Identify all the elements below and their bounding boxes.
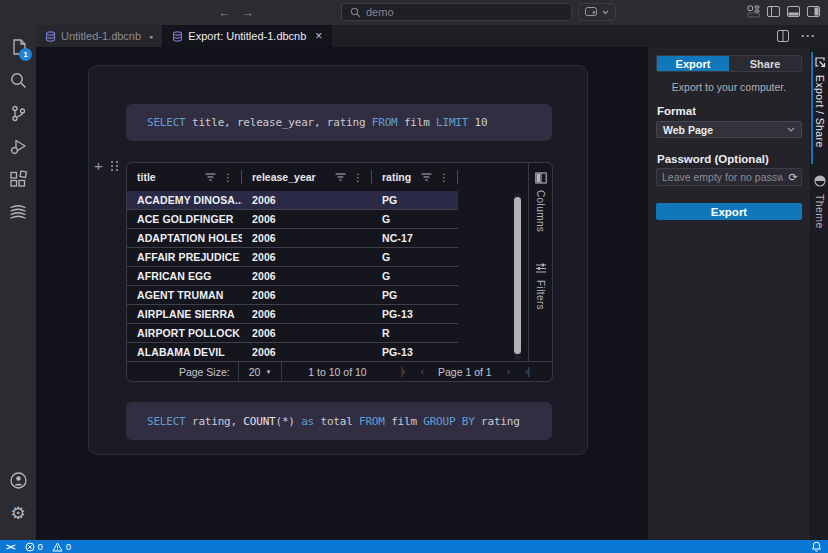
export-button[interactable]: Export [656, 203, 802, 220]
sql-token: as [301, 415, 314, 428]
first-page-icon[interactable]: |‹ [401, 366, 405, 377]
filter-icon[interactable] [335, 172, 346, 182]
error-count: 0 [38, 541, 43, 552]
database-file-icon [172, 31, 183, 42]
database-file-icon [45, 31, 56, 42]
last-page-icon[interactable]: ›| [525, 366, 529, 377]
panel-tab-label: Export / Share [814, 75, 826, 148]
column-header-rating[interactable]: rating⋮ [372, 163, 458, 191]
tool-panel-columns[interactable]: Columns [535, 172, 547, 232]
column-menu-icon[interactable]: ⋮ [223, 172, 233, 183]
panel-tab-theme[interactable]: Theme [811, 175, 828, 229]
sidebar-item-notebooks[interactable]: 1 [0, 31, 36, 64]
close-icon[interactable]: × [315, 29, 322, 43]
export-caption: Export to your computer. [648, 81, 810, 93]
sidebar-item-run-debug[interactable] [0, 130, 36, 163]
sidebar-item-database[interactable] [0, 196, 36, 229]
table-row[interactable]: AFRICAN EGG2006G [127, 267, 458, 286]
sql-token: rating, [186, 415, 244, 428]
table-row[interactable]: ACE GOLDFINGER2006G [127, 210, 458, 229]
search-icon [9, 71, 28, 90]
result-grid: title⋮release_year⋮rating⋮ ACADEMY DINOS… [126, 162, 553, 382]
column-header-title[interactable]: title⋮ [127, 163, 242, 191]
sql-token: title, release_year, rating [186, 116, 372, 129]
table-row[interactable]: AGENT TRUMAN2006PG [127, 286, 458, 305]
tab-label: Untitled-1.dbcnb [61, 30, 141, 42]
sql-cell-1[interactable]: SELECT title, release_year, rating FROM … [126, 104, 552, 141]
column-header-release_year[interactable]: release_year⋮ [242, 163, 372, 191]
sql-token: rating [475, 415, 520, 428]
table-row[interactable]: ACADEMY DINOSA...2006PG [127, 191, 458, 210]
split-editor-icon[interactable] [777, 30, 789, 42]
grid-tool-panel-strip: Columns Filters [528, 163, 552, 361]
notebook-count-badge: 1 [19, 48, 32, 61]
prev-page-icon[interactable]: ‹ [421, 366, 423, 377]
copilot-button[interactable] [578, 3, 616, 21]
share-icon [814, 56, 826, 68]
table-cell: PG-13 [372, 305, 458, 323]
add-cell-icon[interactable]: + [94, 158, 103, 173]
status-bar: >< 0 0 [0, 540, 828, 553]
problems-indicator[interactable]: 0 0 [25, 541, 72, 552]
account-button[interactable] [0, 464, 36, 497]
settings-button[interactable]: ⚙ [0, 497, 36, 530]
columns-icon [535, 172, 547, 184]
tab-export-notebook[interactable]: Export: Untitled-1.dbcnb × [163, 25, 332, 47]
nav-forward-icon[interactable]: → [241, 4, 254, 21]
drag-handle-icon[interactable] [110, 160, 119, 172]
filters-icon [535, 262, 547, 274]
customize-layout-icon[interactable] [747, 5, 760, 18]
table-row[interactable]: ADAPTATION HOLES2006NC-17 [127, 229, 458, 248]
nav-back-icon[interactable]: ← [218, 4, 231, 21]
grid-scrollbar-thumb[interactable] [514, 197, 521, 354]
toggle-panel-icon[interactable] [787, 5, 800, 18]
modified-dot-icon[interactable]: ● [149, 33, 153, 40]
filter-icon[interactable] [421, 172, 432, 182]
tab-label: Export: Untitled-1.dbcnb [188, 30, 306, 42]
notifications-bell-icon[interactable] [811, 541, 822, 552]
more-actions-icon[interactable]: ··· [801, 30, 816, 42]
export-tab-button[interactable]: Export [657, 56, 729, 71]
tab-untitled-notebook[interactable]: Untitled-1.dbcnb ● [36, 25, 163, 47]
table-cell: 2006 [242, 229, 372, 247]
sidebar-item-search[interactable] [0, 64, 36, 97]
share-tab-button[interactable]: Share [729, 56, 801, 71]
format-label: Format [657, 105, 696, 117]
sql-token: GROUP BY [423, 415, 474, 428]
sidebar-item-extensions[interactable] [0, 163, 36, 196]
tool-panel-label: Columns [535, 190, 546, 232]
extensions-icon [9, 170, 28, 189]
command-center-search[interactable]: demo [341, 3, 572, 21]
search-icon [350, 7, 361, 18]
toggle-sidebar-left-icon[interactable] [767, 5, 780, 18]
format-select[interactable]: Web Page [656, 121, 802, 138]
table-cell: 2006 [242, 324, 372, 342]
tool-panel-filters[interactable]: Filters [535, 262, 547, 310]
source-control-icon [9, 104, 28, 123]
column-menu-icon[interactable]: ⋮ [439, 172, 449, 183]
sidebar-item-source-control[interactable] [0, 97, 36, 130]
table-cell: ACADEMY DINOSA... [127, 191, 242, 209]
toggle-sidebar-right-icon[interactable] [807, 5, 820, 18]
title-bar: ← → demo [0, 0, 828, 25]
panel-tab-export-share[interactable]: Export / Share [811, 56, 828, 148]
sql-token: SELECT [147, 415, 186, 428]
table-row[interactable]: AIRPORT POLLOCK2006R [127, 324, 458, 343]
grid-scrollbar[interactable] [514, 193, 521, 360]
theme-contrast-icon [814, 175, 826, 187]
error-icon [25, 542, 35, 552]
generate-password-icon[interactable]: ⟳ [785, 171, 801, 184]
next-page-icon[interactable]: › [507, 366, 509, 377]
table-row[interactable]: AFFAIR PREJUDICE2006G [127, 248, 458, 267]
notebook-container: SELECT title, release_year, rating FROM … [88, 65, 588, 455]
page-size-value: 20 [249, 366, 261, 378]
table-row[interactable]: AIRPLANE SIERRA2006PG-13 [127, 305, 458, 324]
sql-cell-2[interactable]: SELECT rating, COUNT(*) as total FROM fi… [126, 402, 552, 440]
column-menu-icon[interactable]: ⋮ [353, 172, 363, 183]
table-cell: 2006 [242, 305, 372, 323]
page-size-select[interactable]: 20 ▼ [238, 362, 283, 382]
password-input[interactable] [657, 171, 785, 183]
filter-icon[interactable] [205, 172, 216, 182]
remote-indicator-icon[interactable]: >< [6, 542, 15, 552]
table-row[interactable]: ALABAMA DEVIL2006PG-13 [127, 343, 458, 362]
